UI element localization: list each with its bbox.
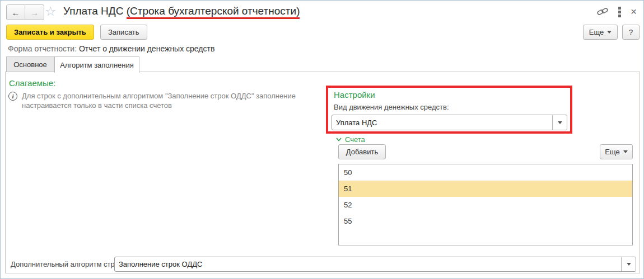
chevron-down-icon: [627, 263, 631, 266]
titlebar-icons: ×: [596, 6, 637, 17]
report-form-value: Отчет о движении денежных средств: [79, 44, 214, 53]
accounts-table: 50 51 52 55: [338, 164, 633, 245]
tab-fill-algorithm[interactable]: Алгоритм заполнения: [54, 56, 139, 73]
history-nav-group: ← →: [6, 4, 44, 20]
save-and-close-button[interactable]: Записать и закрыть: [6, 25, 94, 40]
report-form-label: Форма отчетности:: [8, 44, 77, 53]
settings-section-header: Настройки: [334, 90, 375, 100]
link-icon[interactable]: [596, 6, 609, 17]
addends-section-header: Слагаемые:: [9, 78, 55, 88]
account-row[interactable]: 52: [339, 197, 632, 213]
forward-arrow-icon: →: [30, 8, 39, 17]
cash-flow-kind-value: Уплата НДС: [332, 115, 552, 130]
additional-algorithm-combobox[interactable]: Заполнение строк ОДДС: [114, 257, 636, 272]
additional-algorithm-label: Дополнительный алгоритм строки:: [11, 260, 128, 268]
accounts-more-button[interactable]: Еще: [600, 144, 633, 159]
app-window: ← → ☆ Уплата НДС (Строка бухгалтерской о…: [0, 0, 644, 279]
page-title: Уплата НДС (Строка бухгалтерской отчетно…: [63, 5, 300, 17]
help-button[interactable]: ?: [622, 25, 640, 40]
save-button[interactable]: Записать: [100, 25, 147, 40]
more-menu-icon[interactable]: [618, 6, 621, 17]
accounts-group-label: Счета: [345, 135, 365, 144]
cash-flow-kind-dropdown-button[interactable]: [552, 115, 567, 130]
favorite-star-icon[interactable]: ☆: [45, 4, 57, 19]
chevron-down-icon: [558, 121, 562, 124]
back-button[interactable]: ←: [7, 5, 25, 20]
additional-algorithm-dropdown-button[interactable]: [621, 257, 636, 271]
chevron-down-icon: [623, 150, 628, 153]
additional-algorithm-value: Заполнение строк ОДДС: [115, 257, 621, 271]
info-text: Для строк с дополнительным алгоритмом "З…: [22, 91, 313, 110]
forward-button[interactable]: →: [25, 5, 44, 20]
info-row: i Для строк с дополнительным алгоритмом …: [8, 91, 322, 110]
add-account-button[interactable]: Добавить: [338, 144, 386, 159]
more-actions-button[interactable]: Еще: [583, 25, 618, 40]
accounts-group-toggle[interactable]: Счета: [336, 135, 365, 144]
cash-flow-kind-combobox[interactable]: Уплата НДС: [332, 115, 567, 130]
chevron-down-icon: [607, 31, 612, 34]
page-title-annotated: (Строка бухгалтерской отчетности): [127, 5, 300, 19]
cash-flow-kind-label: Вид движения денежных средств:: [334, 103, 449, 111]
account-row[interactable]: 55: [339, 213, 632, 229]
info-icon: i: [8, 92, 17, 101]
account-row[interactable]: 50: [339, 164, 632, 181]
account-row-selected[interactable]: 51: [339, 181, 632, 197]
close-icon[interactable]: ×: [631, 7, 637, 17]
tab-content-panel: Слагаемые: i Для строк с дополнительным …: [5, 72, 640, 273]
chevron-expanded-icon: [336, 138, 342, 141]
report-form-line: Форма отчетности: Отчет о движении денеж…: [8, 44, 214, 53]
tab-main[interactable]: Основное: [6, 56, 54, 72]
back-arrow-icon: ←: [12, 8, 20, 17]
